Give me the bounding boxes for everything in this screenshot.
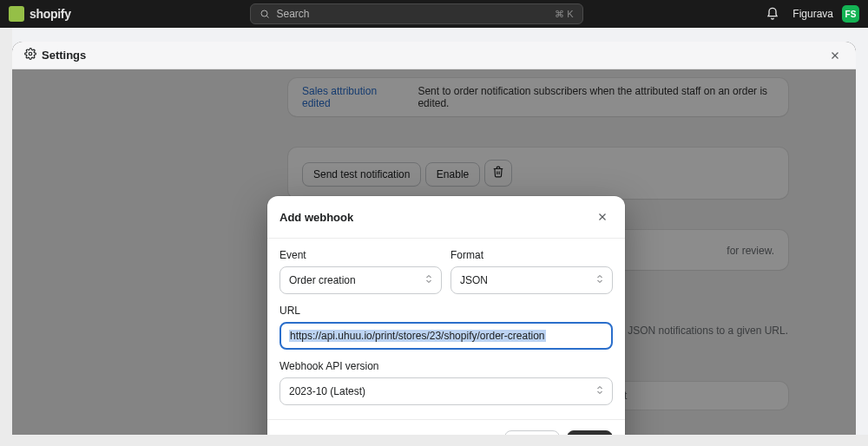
store-name: Figurava	[792, 8, 833, 20]
bottom-strip	[0, 435, 868, 446]
api-version-field: Webhook API version 2023-10 (Latest)	[279, 360, 613, 405]
event-value: Order creation	[289, 274, 356, 286]
search-placeholder: Search	[277, 8, 310, 20]
global-search[interactable]: Search ⌘ K	[250, 3, 583, 24]
add-webhook-modal: Add webhook Event Order creation	[267, 196, 625, 435]
settings-title-text: Settings	[42, 49, 86, 62]
settings-header: Settings	[12, 42, 856, 69]
avatar[interactable]: FS	[842, 5, 859, 23]
url-field: URL https://api.uhuu.io/print/stores/23/…	[279, 305, 613, 350]
settings-panel: Settings Sales attribution edited Sent t…	[12, 42, 856, 435]
search-icon	[260, 9, 270, 19]
modal-title: Add webhook	[279, 211, 353, 224]
modal-header: Add webhook	[267, 196, 625, 239]
event-label: Event	[279, 249, 442, 261]
url-value: https://api.uhuu.io/print/stores/23/shop…	[289, 330, 546, 342]
modal-footer: Cancel Save	[267, 419, 625, 435]
format-value: JSON	[460, 274, 488, 286]
settings-body: Sales attribution edited Sent to order n…	[12, 69, 856, 435]
chevron-updown-icon	[595, 274, 605, 287]
api-version-select[interactable]: 2023-10 (Latest)	[279, 377, 613, 405]
svg-point-2	[29, 52, 32, 56]
svg-point-0	[261, 10, 267, 16]
brand: shopify	[9, 6, 71, 22]
modal-row-1: Event Order creation Format JS	[279, 249, 613, 294]
event-field: Event Order creation	[279, 249, 442, 294]
api-version-value: 2023-10 (Latest)	[289, 385, 365, 397]
format-select[interactable]: JSON	[450, 266, 613, 294]
save-button[interactable]: Save	[567, 430, 613, 435]
svg-line-1	[266, 16, 268, 17]
settings-layer: Settings Sales attribution edited Sent t…	[12, 42, 856, 435]
chevron-updown-icon	[424, 274, 434, 287]
topbar-right: Figurava FS	[761, 3, 859, 25]
notifications-button[interactable]	[761, 3, 784, 25]
url-label: URL	[279, 305, 613, 317]
settings-title: Settings	[24, 48, 86, 62]
format-field: Format JSON	[450, 249, 613, 294]
api-version-label: Webhook API version	[279, 360, 613, 372]
gear-icon	[24, 48, 36, 62]
brand-wordmark: shopify	[30, 7, 71, 21]
topbar: shopify Search ⌘ K Figurava FS	[0, 0, 868, 28]
search-shortcut: ⌘ K	[555, 9, 573, 20]
event-select[interactable]: Order creation	[279, 266, 442, 294]
settings-close-button[interactable]	[826, 47, 844, 64]
shopify-logo-icon	[9, 6, 24, 22]
modal-body: Event Order creation Format JS	[267, 239, 625, 419]
url-input[interactable]: https://api.uhuu.io/print/stores/23/shop…	[279, 322, 613, 350]
left-rail	[0, 28, 12, 435]
modal-close-button[interactable]	[592, 207, 613, 227]
cancel-button[interactable]: Cancel	[504, 430, 559, 435]
chevron-updown-icon	[595, 385, 605, 398]
format-label: Format	[450, 249, 613, 261]
